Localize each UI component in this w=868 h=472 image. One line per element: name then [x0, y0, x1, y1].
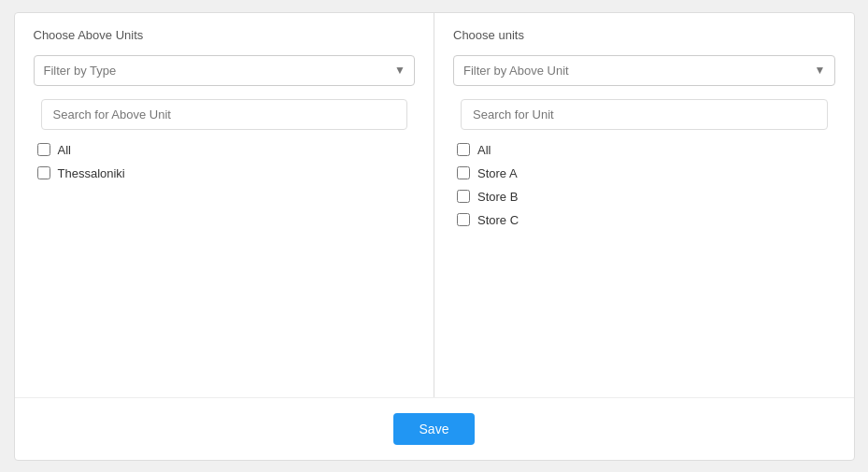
left-checkbox-thessaloniki-label: Thessaloniki [58, 166, 125, 180]
right-checkbox-list: All Store A Store B Store C [453, 143, 835, 227]
save-button[interactable]: Save [393, 413, 476, 445]
modal-footer: Save [15, 397, 854, 460]
left-checkbox-all[interactable]: All [37, 143, 412, 157]
left-search-wrapper [34, 99, 416, 130]
right-column-title: Choose units [453, 28, 835, 42]
left-checkbox-all-label: All [58, 143, 71, 157]
left-search-input[interactable] [41, 99, 408, 130]
left-checkbox-list: All Thessaloniki [34, 143, 416, 180]
right-checkbox-store-a-input[interactable] [457, 166, 470, 179]
left-column-title: Choose Above Units [34, 28, 416, 42]
right-column: Choose units Filter by Above Unit ▼ All … [434, 13, 854, 397]
right-checkbox-all-label: All [477, 143, 491, 157]
right-checkbox-all-input[interactable] [457, 143, 470, 156]
right-checkbox-store-b[interactable]: Store B [457, 190, 832, 204]
right-search-input[interactable] [461, 99, 828, 130]
left-checkbox-thessaloniki[interactable]: Thessaloniki [37, 166, 412, 180]
right-checkbox-store-a[interactable]: Store A [457, 166, 832, 180]
columns-wrapper: Choose Above Units Filter by Type ▼ All … [15, 13, 854, 397]
left-checkbox-thessaloniki-input[interactable] [37, 166, 50, 179]
left-column: Choose Above Units Filter by Type ▼ All … [15, 13, 435, 397]
right-filter-select[interactable]: Filter by Above Unit [453, 55, 835, 86]
left-checkbox-all-input[interactable] [37, 143, 50, 156]
right-checkbox-store-c-input[interactable] [457, 213, 470, 226]
left-filter-select[interactable]: Filter by Type [34, 55, 416, 86]
right-checkbox-store-c-label: Store C [477, 213, 519, 227]
right-search-wrapper [453, 99, 835, 130]
modal-container: Choose Above Units Filter by Type ▼ All … [14, 12, 855, 461]
right-filter-wrapper: Filter by Above Unit ▼ [453, 55, 835, 86]
right-checkbox-store-b-label: Store B [477, 190, 518, 204]
right-checkbox-store-b-input[interactable] [457, 190, 470, 203]
right-checkbox-store-a-label: Store A [477, 166, 518, 180]
left-filter-wrapper: Filter by Type ▼ [34, 55, 416, 86]
right-checkbox-all[interactable]: All [457, 143, 832, 157]
right-checkbox-store-c[interactable]: Store C [457, 213, 832, 227]
